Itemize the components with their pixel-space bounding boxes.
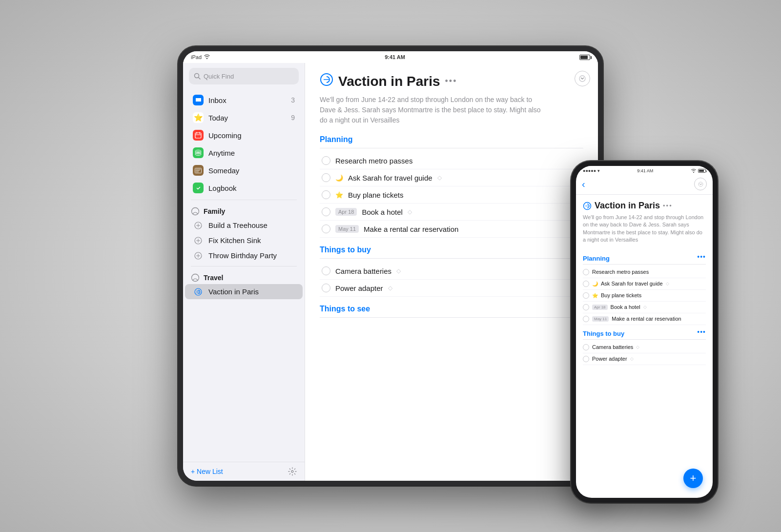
tag-icon: ◇	[388, 285, 392, 291]
sidebar-item-paris[interactable]: Vaction in Paris	[185, 284, 303, 299]
phone-task-label: Make a rental car reservation	[612, 316, 681, 322]
sidebar-item-kitchen[interactable]: Fix Kitchen Sink	[185, 233, 303, 248]
phone-checkbox[interactable]	[583, 269, 589, 275]
planning-section-title: Planning	[320, 135, 583, 144]
someday-icon	[193, 165, 204, 176]
sidebar-item-anytime[interactable]: Anytime	[185, 144, 303, 162]
phone-planning-title: Planning	[583, 255, 610, 262]
phone-things-to-buy-section: Things to buy ••• Camera batteries ◇ Pow…	[583, 325, 706, 365]
kitchen-label: Fix Kitchen Sink	[208, 236, 295, 245]
sidebar-smart-lists: Inbox 3 ⭐ Today 9	[183, 89, 305, 462]
phone-task-research: Research metro passes	[583, 266, 706, 278]
phone-task-sarah: 🌙 Ask Sarah for travel guide ◇	[583, 278, 706, 290]
phone-things-to-buy-title: Things to buy	[583, 330, 624, 337]
project-more-button[interactable]: •••	[445, 76, 457, 86]
tablet-status-right	[579, 55, 590, 60]
search-bar[interactable]: Quick Find	[189, 68, 299, 84]
phone-status-bar: ●●●●● ▾ 9:41 AM	[576, 166, 713, 176]
phone-scroll-button[interactable]	[694, 178, 707, 190]
things-to-buy-divider	[320, 258, 583, 259]
wifi-icon	[204, 54, 210, 60]
task-checkbox[interactable]	[322, 266, 330, 275]
task-checkbox[interactable]	[322, 173, 330, 182]
task-checkbox[interactable]	[322, 190, 330, 199]
phone-back-button[interactable]: ‹	[582, 179, 585, 190]
phone-fab-button[interactable]: +	[683, 469, 703, 488]
project-title: Vaction in Paris	[338, 74, 440, 89]
sidebar-footer: + New List	[183, 462, 305, 481]
things-to-buy-section: Things to buy Camera batteries ◇ Power a…	[320, 246, 583, 297]
sidebar-item-treehouse[interactable]: Build a Treehouse	[185, 218, 303, 233]
planning-section: Planning Research metro passes 🌙 Ask Sar…	[320, 135, 583, 238]
phone-planning-header-row: Planning •••	[583, 250, 706, 264]
tag-icon: ◇	[643, 305, 647, 309]
phone-checkbox[interactable]	[583, 344, 589, 350]
family-area-header: Family	[183, 203, 305, 218]
phone-project-more[interactable]: •••	[663, 202, 673, 209]
travel-area-header: Travel	[183, 269, 305, 284]
phone-things-more[interactable]: •••	[697, 328, 706, 336]
phone-task-rental: May 11 Make a rental car reservation	[583, 313, 706, 325]
today-count: 9	[291, 114, 295, 122]
sidebar-divider-1	[191, 200, 297, 200]
task-checkbox[interactable]	[322, 207, 330, 216]
phone-task-label: Camera batteries	[592, 344, 633, 350]
svg-point-30	[579, 76, 585, 82]
new-list-button[interactable]: + New List	[191, 468, 223, 475]
task-checkbox[interactable]	[322, 156, 330, 165]
task-label: Buy plane tickets	[348, 191, 403, 199]
travel-area-icon	[191, 273, 200, 282]
sidebar-item-today[interactable]: ⭐ Today 9	[185, 109, 303, 126]
scroll-down-button[interactable]	[575, 71, 590, 86]
svg-point-29	[291, 471, 293, 472]
phone-task-label: Power adapter	[592, 356, 627, 362]
birthday-icon	[193, 252, 204, 260]
phone-checkbox[interactable]	[583, 356, 589, 362]
task-label: Power adapter	[335, 284, 383, 292]
tablet-content-area: Quick Find Inbox 3 ⭐ Today	[183, 63, 598, 481]
settings-icon[interactable]	[288, 467, 297, 476]
inbox-count: 3	[291, 96, 295, 104]
task-label: Research metro passes	[335, 157, 412, 165]
phone-checkbox[interactable]	[583, 316, 589, 322]
phone-planning-divider	[583, 264, 706, 265]
tablet-time: 9:41 AM	[385, 54, 405, 60]
phone-battery-icon	[698, 169, 706, 173]
sidebar-item-upcoming[interactable]: Upcoming	[185, 126, 303, 144]
phone-screen: ●●●●● ▾ 9:41 AM ‹	[576, 166, 713, 498]
phone-things-divider	[583, 339, 706, 340]
sidebar-item-inbox[interactable]: Inbox 3	[185, 91, 303, 109]
phone-status-right	[691, 169, 706, 173]
paris-icon	[193, 288, 204, 296]
travel-area-label: Travel	[204, 274, 223, 282]
phone-checkbox[interactable]	[583, 281, 589, 287]
star-icon: ⭐	[335, 191, 343, 199]
main-content: Vaction in Paris ••• We'll go from June …	[305, 63, 598, 481]
project-header: Vaction in Paris •••	[320, 73, 583, 90]
project-status-icon	[320, 73, 333, 90]
sidebar-item-someday[interactable]: Someday	[185, 162, 303, 179]
task-date-badge: Apr 18	[335, 208, 357, 216]
task-checkbox[interactable]	[322, 284, 330, 292]
phone-checkbox[interactable]	[583, 292, 589, 299]
anytime-label: Anytime	[208, 149, 295, 157]
task-label: Make a rental car reservation	[364, 225, 458, 233]
svg-rect-2	[195, 133, 201, 138]
phone-time: 9:41 AM	[637, 168, 653, 173]
phone-checkbox[interactable]	[583, 304, 589, 310]
task-checkbox[interactable]	[322, 225, 330, 233]
phone-task-power: Power adapter ◇	[583, 353, 706, 365]
tablet-screen: iPad 9:41 AM Quick	[183, 51, 598, 481]
ipad-label: iPad	[191, 54, 202, 60]
phone-task-tickets: ⭐ Buy plane tickets	[583, 290, 706, 302]
today-label: Today	[208, 114, 286, 122]
kitchen-icon	[193, 237, 204, 245]
phone-planning-more[interactable]: •••	[697, 253, 706, 261]
sidebar-item-logbook[interactable]: Logbook	[185, 179, 303, 197]
tag-icon: ◇	[636, 345, 639, 349]
sidebar-item-birthday[interactable]: Throw Birthday Party	[185, 248, 303, 263]
inbox-label: Inbox	[208, 96, 286, 104]
logbook-label: Logbook	[208, 184, 295, 192]
task-rental-car: May 11 Make a rental car reservation	[320, 221, 583, 238]
phone-project-header: Vaction in Paris •••	[583, 201, 706, 211]
